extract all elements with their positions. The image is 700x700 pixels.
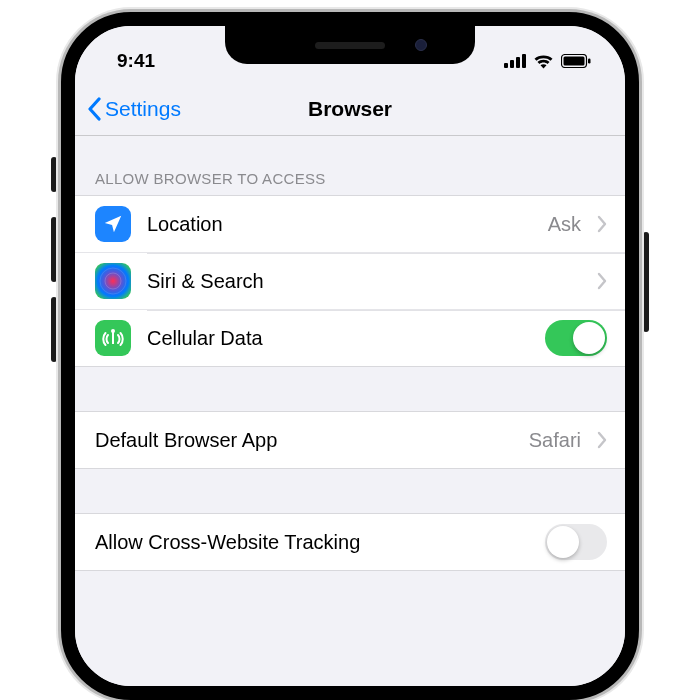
row-label: Default Browser App [95,429,513,452]
chevron-left-icon [87,97,101,121]
row-siri-search[interactable]: Siri & Search [75,252,625,309]
mute-switch [51,157,57,192]
row-value: Safari [529,429,581,452]
row-label: Allow Cross-Website Tracking [95,531,529,554]
access-list: Location Ask Siri & Search Cellular Data [75,195,625,367]
nav-bar: Settings Browser [75,82,625,136]
svg-rect-1 [510,60,514,68]
section-header-access: Allow Browser to Access [75,136,625,195]
chevron-right-icon [597,272,607,290]
svg-point-7 [100,268,126,294]
row-default-browser-app[interactable]: Default Browser App Safari [75,412,625,468]
cross-website-tracking-toggle[interactable] [545,524,607,560]
volume-down-button [51,297,57,362]
back-label: Settings [105,97,181,121]
privacy-list: Allow Cross-Website Tracking [75,513,625,571]
svg-rect-5 [564,57,585,66]
volume-up-button [51,217,57,282]
cellular-data-toggle[interactable] [545,320,607,356]
row-cross-website-tracking: Allow Cross-Website Tracking [75,514,625,570]
svg-point-8 [105,273,121,289]
battery-icon [561,54,591,68]
cellular-data-icon [95,320,131,356]
chevron-right-icon [597,215,607,233]
phone-frame: 9:41 Settings Browser Allow Browser to A… [61,12,639,700]
back-button[interactable]: Settings [87,97,181,121]
row-label: Cellular Data [147,327,529,350]
power-button [643,232,649,332]
wifi-icon [533,54,554,69]
row-cellular-data: Cellular Data [75,309,625,366]
cellular-signal-icon [504,54,526,68]
row-location[interactable]: Location Ask [75,196,625,252]
svg-rect-3 [522,54,526,68]
notch [225,26,475,64]
default-browser-list: Default Browser App Safari [75,411,625,469]
status-time: 9:41 [117,50,155,72]
row-label: Siri & Search [147,270,581,293]
svg-rect-6 [588,59,591,64]
svg-rect-2 [516,57,520,68]
svg-rect-0 [504,63,508,68]
siri-icon [95,263,131,299]
row-value: Ask [548,213,581,236]
row-label: Location [147,213,532,236]
location-icon [95,206,131,242]
chevron-right-icon [597,431,607,449]
svg-point-9 [111,329,115,333]
